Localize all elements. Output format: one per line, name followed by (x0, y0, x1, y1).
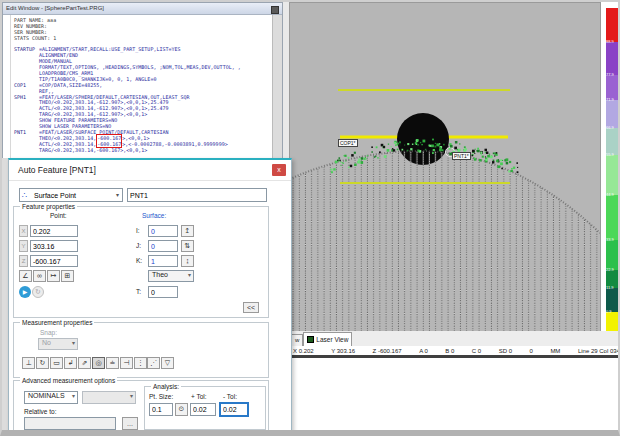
regenerate-button[interactable]: ↻ (32, 286, 44, 298)
crosshair-target-icon[interactable]: ◎ (92, 357, 105, 369)
minus-tol-label: - Tol: (223, 393, 237, 400)
pt-size-label: Pt. Size: (149, 393, 173, 400)
laser-view-icon (307, 336, 314, 343)
analysis-legend: Analysis: (151, 383, 181, 391)
analysis-group: Analysis: Pt. Size: + Tol: - Tol: ⊙ (144, 386, 266, 430)
y-value-input[interactable] (30, 240, 78, 252)
program-code-area[interactable]: PART NAME: aaaREV NUMBER:SER NUMBER:STAT… (3, 15, 273, 159)
test-button[interactable]: ▶ (19, 286, 31, 298)
status-field: Line 29 Col 034 (578, 348, 620, 354)
scan-points-icon[interactable]: ⋰ (147, 357, 160, 369)
status-field: SD 0 (499, 348, 512, 354)
status-bar: X 0.202Y 303.16Z -600.167A 0B 0C 0SD 00M… (293, 346, 620, 355)
normal-vector-icon[interactable]: ↥ (181, 225, 194, 237)
rescan-icon[interactable]: ↻ (36, 357, 49, 369)
feature-id-label: COP1* (338, 139, 358, 147)
i-label: I: (136, 227, 140, 234)
offset-icon[interactable]: ⊣ (120, 357, 133, 369)
laser-view-panel[interactable]: COP1*PNT1* (289, 2, 601, 332)
dialog-title: Auto Feature [PNT1] (18, 165, 96, 175)
collapse-button[interactable]: << (243, 302, 259, 313)
advanced-options-legend: Advanced measurement options (20, 377, 117, 385)
pointcloud-view-icon[interactable]: ⊙ (175, 403, 188, 416)
measurement-properties-legend: Measurement properties (20, 319, 94, 327)
swap-vector-icon[interactable]: ↨ (181, 255, 194, 267)
surface-label: Surface: (142, 212, 166, 219)
theo-mode-select[interactable]: Theo ▾ (148, 270, 194, 282)
dialog-titlebar[interactable]: Auto Feature [PNT1] (9, 160, 291, 181)
j-value-input[interactable] (148, 240, 178, 252)
snap-select[interactable]: No ▾ (38, 338, 78, 350)
tab-w[interactable]: w (291, 334, 303, 346)
find-nominals-icon[interactable]: ∞ (33, 270, 46, 282)
scale-tick-label: 33.9 (606, 238, 614, 242)
status-field: B 0 (445, 348, 454, 354)
status-separator (291, 355, 620, 358)
scale-tick-label: 0.9 (606, 310, 612, 314)
scale-tick-label: 11.9 (606, 286, 614, 290)
feature-properties-legend: Feature properties (20, 203, 77, 211)
status-field: Y 303.16 (331, 348, 355, 354)
auto-feature-dialog: Auto Feature [PNT1] x ∴ Surface Point ▾ … (8, 158, 292, 432)
status-field: 0 (530, 348, 533, 354)
minus-tol-input[interactable] (219, 402, 249, 417)
flip-vector-icon[interactable]: ⇅ (181, 240, 194, 252)
scale-tick-label: 44.9 (606, 193, 614, 197)
theo-mode-value: Theo (152, 271, 168, 278)
close-icon[interactable]: x (272, 164, 286, 176)
t-value-input[interactable] (148, 286, 178, 298)
relative-to-input[interactable] (24, 417, 116, 430)
scale-tick-label: 88.9 (606, 40, 614, 44)
point-indicator-icon[interactable]: ↦ (47, 270, 60, 282)
k-label: K: (136, 257, 142, 264)
point-cloud-scene (290, 3, 600, 331)
level-icon[interactable]: ≐ (106, 357, 119, 369)
code-line: TARG/<0.202,303.14,-600.167>,<0,0,1> (14, 148, 273, 154)
probe-depth-icon[interactable]: ⊥ (22, 357, 35, 369)
edit-window-titlebar[interactable]: Edit Window - [SpherePartTest.PRG] (3, 3, 282, 15)
tab-laser-view[interactable]: Laser View (303, 332, 352, 346)
measure-order-icon[interactable]: ∠ (19, 270, 32, 282)
deviation-color-scale: 88.977.971.966.955.944.933.922.911.90.9 (606, 8, 619, 340)
plus-tol-input[interactable] (190, 403, 216, 416)
edit-window-button[interactable] (271, 6, 279, 14)
pt-size-input[interactable] (149, 403, 173, 416)
x-axis-label: X (19, 225, 28, 237)
surface-point-icon: ∴ (22, 189, 27, 202)
edit-window: Edit Window - [SpherePartTest.PRG] PART … (2, 2, 283, 160)
nominals-mode-select[interactable]: ▾ (82, 391, 136, 404)
point-label: Point: (50, 212, 67, 219)
status-field: MM (550, 348, 560, 354)
status-field: Z -600.167 (373, 348, 402, 354)
edit-window-scrollbar[interactable] (272, 15, 282, 159)
highlighted-value: -600.167 (96, 134, 122, 141)
measurement-properties-group: Measurement properties Snap: No ▾ ⊥↻▭↲⇗◎… (13, 322, 269, 378)
k-value-input[interactable] (148, 255, 178, 267)
scale-segment: 44.9 (606, 195, 619, 240)
return-path-icon[interactable]: ↲ (64, 357, 77, 369)
filter-icon[interactable]: ▽ (161, 357, 174, 369)
scale-tick-label: 77.9 (606, 73, 614, 77)
advanced-options-group: Advanced measurement options NOMINALS ▾ … (13, 380, 269, 434)
status-field: A 0 (419, 348, 428, 354)
x-value-input[interactable] (30, 225, 78, 237)
feature-type-select[interactable]: ∴ Surface Point ▾ (19, 188, 123, 202)
point-density-icon[interactable]: ⋮ (134, 357, 147, 369)
pattern-grid-icon[interactable]: ⊞ (61, 270, 74, 282)
region-icon[interactable]: ▭ (50, 357, 63, 369)
tab-label: Laser View (316, 333, 348, 346)
status-field: X 0.202 (293, 348, 314, 354)
nominals-select[interactable]: NOMINALS ▾ (24, 391, 78, 404)
feature-name-input[interactable] (127, 188, 267, 202)
scale-segment: 71.9 (606, 100, 619, 128)
scale-segment: 33.9 (606, 240, 619, 270)
stats-icon[interactable]: ⇗ (78, 357, 91, 369)
feature-type-value: Surface Point (34, 192, 76, 199)
z-value-input[interactable] (30, 255, 78, 267)
scale-tick-label: 55.9 (606, 153, 614, 157)
i-value-input[interactable] (148, 225, 178, 237)
browse-button[interactable]: ... (122, 417, 138, 430)
chevron-down-icon: ▾ (72, 392, 75, 399)
scale-segment (606, 8, 619, 42)
j-label: J: (136, 242, 141, 249)
